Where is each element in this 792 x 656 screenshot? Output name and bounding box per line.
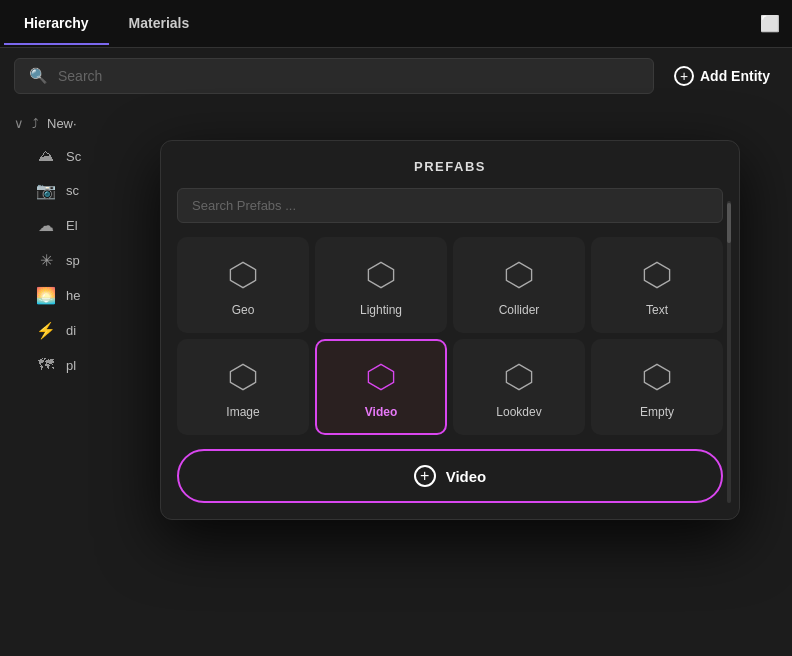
- prefab-item-video[interactable]: Video: [315, 339, 447, 435]
- geo-icon: [223, 255, 263, 295]
- prefab-item-collider[interactable]: Collider: [453, 237, 585, 333]
- map-icon: 🗺: [36, 356, 56, 374]
- prefabs-title: PREFABS: [161, 141, 739, 188]
- prefab-item-lighting[interactable]: Lighting: [315, 237, 447, 333]
- sparkle-icon: ✳: [36, 251, 56, 270]
- item-label-6: pl: [66, 358, 76, 373]
- lookdev-icon: [499, 357, 539, 397]
- tab-materials[interactable]: Materials: [109, 3, 210, 45]
- svg-marker-2: [506, 262, 531, 287]
- video-icon: [361, 357, 401, 397]
- item-label-3: sp: [66, 253, 80, 268]
- item-label-0: Sc: [66, 149, 81, 164]
- prefab-item-text[interactable]: Text: [591, 237, 723, 333]
- item-label-2: El: [66, 218, 78, 233]
- prefab-label-video: Video: [365, 405, 397, 419]
- prefab-label-text: Text: [646, 303, 668, 317]
- add-entity-button[interactable]: + Add Entity: [666, 60, 778, 92]
- prefab-label-geo: Geo: [232, 303, 255, 317]
- add-entity-label: Add Entity: [700, 68, 770, 84]
- maximize-button[interactable]: ⬜: [752, 6, 788, 41]
- parent-icon: ⤴: [32, 116, 39, 131]
- svg-marker-5: [368, 364, 393, 389]
- prefab-item-lookdev[interactable]: Lookdev: [453, 339, 585, 435]
- svg-marker-7: [644, 364, 669, 389]
- svg-marker-4: [230, 364, 255, 389]
- svg-marker-1: [368, 262, 393, 287]
- image-icon: [223, 357, 263, 397]
- text-icon: [637, 255, 677, 295]
- prefab-item-geo[interactable]: Geo: [177, 237, 309, 333]
- prefab-item-empty[interactable]: Empty: [591, 339, 723, 435]
- action-row: 🔍 Search + Add Entity: [0, 48, 792, 104]
- svg-marker-0: [230, 262, 255, 287]
- collider-icon: [499, 255, 539, 295]
- tab-bar: Hierarchy Materials ⬜: [0, 0, 792, 48]
- svg-marker-3: [644, 262, 669, 287]
- cloud-icon: ☁: [36, 216, 56, 235]
- prefab-label-lighting: Lighting: [360, 303, 402, 317]
- prefabs-search-input[interactable]: Search Prefabs ...: [177, 188, 723, 223]
- sidebar-parent[interactable]: ∨ ⤴ New·: [0, 108, 792, 139]
- tab-hierarchy[interactable]: Hierarchy: [4, 3, 109, 45]
- sunrise-icon: 🌅: [36, 286, 56, 305]
- prefab-label-collider: Collider: [499, 303, 540, 317]
- prefabs-grid: Geo Lighting Collider Text: [161, 237, 739, 445]
- tab-bar-left: Hierarchy Materials: [4, 3, 209, 45]
- item-label-1: sc: [66, 183, 79, 198]
- search-placeholder: Search: [58, 68, 102, 84]
- add-prefab-label: Video: [446, 468, 487, 485]
- prefab-label-lookdev: Lookdev: [496, 405, 541, 419]
- search-box[interactable]: 🔍 Search: [14, 58, 654, 94]
- add-prefab-plus-icon: +: [414, 465, 436, 487]
- prefab-label-empty: Empty: [640, 405, 674, 419]
- search-icon: 🔍: [29, 67, 48, 85]
- camera-icon: 📷: [36, 181, 56, 200]
- item-label-4: he: [66, 288, 80, 303]
- prefabs-panel: PREFABS Search Prefabs ... Geo Lighting …: [160, 140, 740, 520]
- mountain-icon: ⛰: [36, 147, 56, 165]
- add-prefab-button[interactable]: + Video: [177, 449, 723, 503]
- item-label-5: di: [66, 323, 76, 338]
- prefab-label-image: Image: [226, 405, 259, 419]
- add-entity-icon: +: [674, 66, 694, 86]
- expand-arrow: ∨: [14, 116, 24, 131]
- lightning-icon: ⚡: [36, 321, 56, 340]
- parent-label: New·: [47, 116, 77, 131]
- scrollbar-thumb[interactable]: [727, 203, 731, 243]
- lighting-icon: [361, 255, 401, 295]
- svg-marker-6: [506, 364, 531, 389]
- prefab-item-image[interactable]: Image: [177, 339, 309, 435]
- empty-icon: [637, 357, 677, 397]
